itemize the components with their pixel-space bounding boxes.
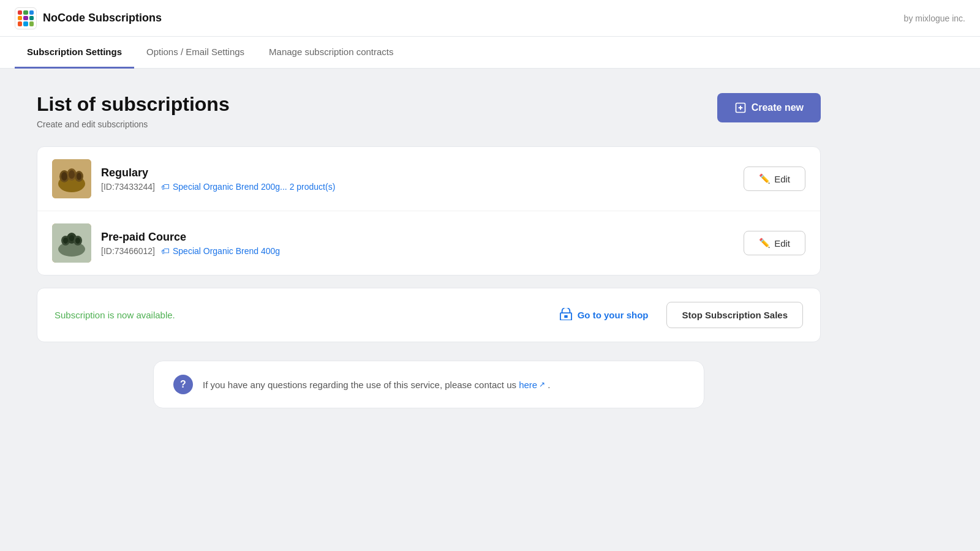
- edit-label: Edit: [774, 174, 790, 184]
- subscription-thumbnail: [52, 223, 91, 263]
- subscription-meta: [ID:73433244] 🏷 Special Organic Brend 20…: [101, 182, 734, 192]
- shop-label: Go to your shop: [578, 310, 649, 320]
- status-text: Subscription is now available.: [55, 310, 541, 320]
- subscription-name: Pre-paid Cource: [101, 231, 734, 244]
- page-title: List of subscriptions: [37, 93, 230, 116]
- products-label: Special Organic Brend 200g... 2 product(…: [173, 182, 335, 192]
- create-new-label: Create new: [752, 102, 804, 113]
- subscription-meta: [ID:73466012] 🏷 Special Organic Brend 40…: [101, 246, 734, 256]
- table-row: Pre-paid Cource [ID:73466012] 🏷 Special …: [37, 211, 820, 275]
- edit-icon: ✏️: [759, 238, 771, 249]
- go-to-shop-button[interactable]: Go to your shop: [553, 308, 655, 322]
- shop-icon: [559, 308, 573, 322]
- app-icon: [15, 7, 37, 29]
- main-content: List of subscriptions Create and edit su…: [0, 69, 858, 433]
- icon-dot: [18, 21, 22, 26]
- edit-icon: ✏️: [759, 173, 771, 184]
- svg-point-10: [77, 173, 81, 180]
- subscription-products-link[interactable]: 🏷 Special Organic Brend 400g: [161, 246, 280, 256]
- external-link-icon: ↗: [539, 380, 545, 389]
- icon-dot: [23, 21, 28, 26]
- help-text-content: If you have any questions regarding the …: [203, 380, 516, 390]
- page-header: List of subscriptions Create and edit su…: [37, 93, 821, 129]
- app-bar-by: by mixlogue inc.: [904, 13, 965, 23]
- app-bar: NoCode Subscriptions by mixlogue inc.: [0, 0, 980, 37]
- icon-dot: [29, 10, 34, 15]
- svg-point-9: [69, 170, 75, 179]
- icon-dot: [23, 10, 28, 15]
- question-mark: ?: [180, 379, 186, 390]
- products-label: Special Organic Brend 400g: [173, 246, 280, 256]
- svg-point-12: [58, 242, 85, 257]
- subscription-name: Regulary: [101, 167, 734, 179]
- icon-dot: [18, 10, 22, 15]
- subscription-products-link[interactable]: 🏷 Special Organic Brend 200g... 2 produc…: [161, 182, 335, 192]
- tab-subscription-settings[interactable]: Subscription Settings: [15, 37, 134, 69]
- help-text: If you have any questions regarding the …: [203, 380, 551, 390]
- svg-point-16: [63, 238, 68, 244]
- page-subtitle: Create and edit subscriptions: [37, 119, 230, 129]
- help-link-label: here: [519, 380, 537, 390]
- nav-tabs: Subscription Settings Options / Email Se…: [0, 37, 980, 69]
- edit-label: Edit: [774, 238, 790, 249]
- icon-dot: [23, 16, 28, 20]
- table-row: Regulary [ID:73433244] 🏷 Special Organic…: [37, 147, 820, 211]
- subscription-id: [ID:73466012]: [101, 246, 155, 256]
- subscriptions-card: Regulary [ID:73433244] 🏷 Special Organic…: [37, 146, 821, 276]
- subscription-info: Pre-paid Cource [ID:73466012] 🏷 Special …: [101, 231, 734, 256]
- help-icon: ?: [173, 375, 193, 394]
- app-bar-left: NoCode Subscriptions: [15, 7, 162, 29]
- tab-options-email-settings[interactable]: Options / Email Settings: [134, 37, 257, 69]
- help-banner: ? If you have any questions regarding th…: [153, 361, 704, 408]
- edit-button-sub1[interactable]: ✏️ Edit: [744, 167, 805, 191]
- app-title: NoCode Subscriptions: [43, 12, 162, 24]
- svg-point-8: [61, 172, 67, 181]
- subscription-thumbnail: [52, 159, 91, 198]
- svg-rect-20: [564, 315, 567, 318]
- create-new-button[interactable]: Create new: [717, 93, 821, 122]
- status-card: Subscription is now available. Go to you…: [37, 288, 821, 342]
- icon-dot: [18, 16, 22, 20]
- stop-label: Stop Subscription Sales: [682, 310, 788, 320]
- tab-manage-contracts[interactable]: Manage subscription contracts: [257, 37, 405, 69]
- tag-icon: 🏷: [161, 246, 170, 256]
- svg-point-17: [69, 235, 74, 241]
- tag-icon: 🏷: [161, 182, 170, 192]
- subscription-info: Regulary [ID:73433244] 🏷 Special Organic…: [101, 167, 734, 192]
- subscription-id: [ID:73433244]: [101, 182, 155, 192]
- icon-dot: [29, 21, 34, 26]
- svg-point-18: [75, 238, 80, 244]
- create-new-icon: [734, 102, 747, 114]
- edit-button-sub2[interactable]: ✏️ Edit: [744, 231, 805, 255]
- help-link[interactable]: here ↗: [519, 380, 545, 390]
- stop-subscription-button[interactable]: Stop Subscription Sales: [666, 302, 803, 328]
- icon-dot: [29, 16, 34, 20]
- page-header-text: List of subscriptions Create and edit su…: [37, 93, 230, 129]
- help-period: .: [548, 380, 550, 390]
